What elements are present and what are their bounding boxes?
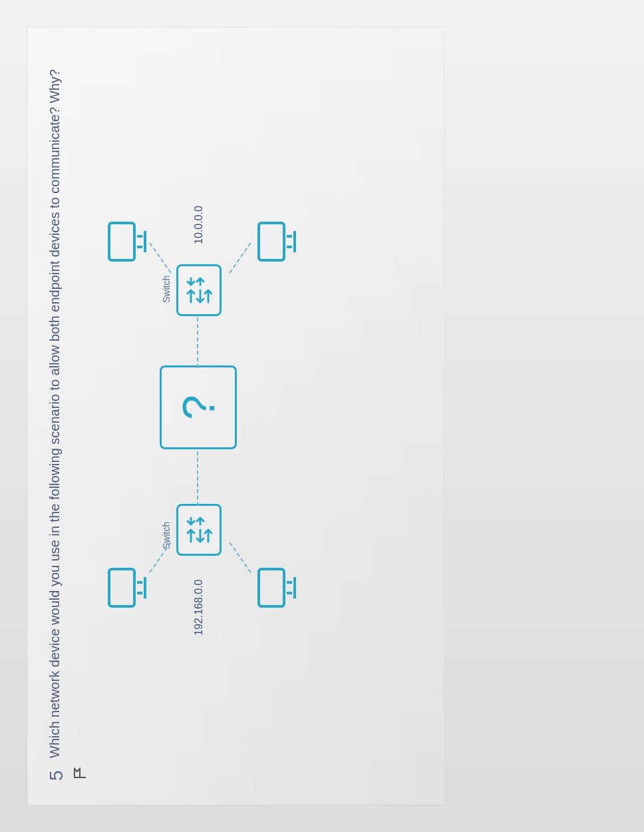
svg-rect-0 (109, 569, 134, 606)
endpoint-pc-top-left (106, 561, 149, 609)
screenshot-surface: 5 Which network device would you use in … (0, 0, 644, 832)
svg-rect-1 (109, 223, 134, 260)
left-switch-icon (176, 504, 222, 556)
left-network-label: 192.168.0.0 (193, 579, 205, 636)
link-center-to-right-switch (197, 317, 198, 368)
link-br-to-right-switch (229, 242, 251, 273)
question-card: 5 Which network device would you use in … (27, 27, 444, 805)
link-tl-to-left-switch (149, 542, 171, 572)
link-left-switch-to-center (197, 451, 198, 506)
svg-rect-2 (259, 569, 284, 606)
right-switch-icon (176, 264, 222, 316)
right-network-label: 10.0.0.0 (193, 206, 205, 244)
link-tr-to-right-switch (149, 242, 171, 273)
endpoint-pc-bottom-left (256, 561, 299, 609)
link-bl-to-left-switch (229, 542, 251, 572)
left-switch-label: Switch (161, 522, 172, 549)
endpoint-pc-top-right (106, 215, 149, 263)
right-switch-label: Switch (161, 276, 172, 303)
svg-rect-3 (259, 223, 284, 260)
question-text: Which network device would you use in th… (46, 69, 64, 758)
rotated-stage: 5 Which network device would you use in … (0, 0, 644, 832)
endpoint-pc-bottom-right (256, 215, 299, 263)
network-diagram: Switch Switch 192.168.0.0 10.0.0.0 (106, 116, 319, 716)
question-row: 5 Which network device would you use in … (46, 51, 67, 781)
unknown-device-box: ? (160, 365, 237, 449)
unknown-device-label: ? (176, 395, 221, 420)
question-number: 5 (46, 767, 67, 781)
flag-icon[interactable] (73, 51, 90, 779)
